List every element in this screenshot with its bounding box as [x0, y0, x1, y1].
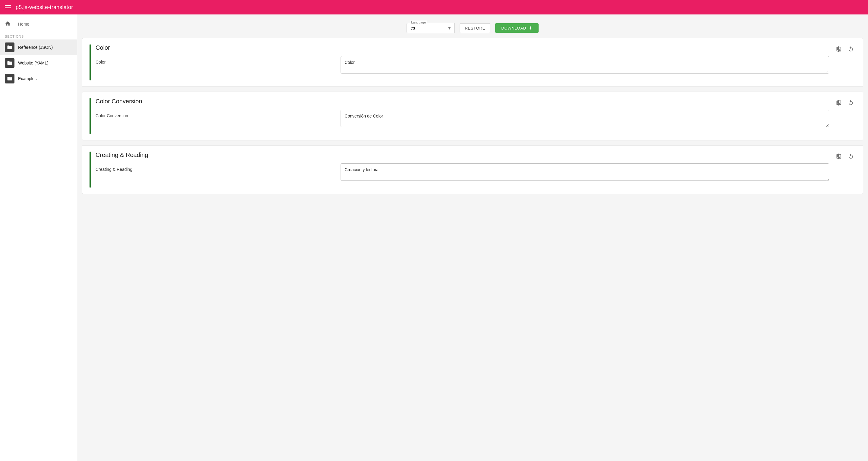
section-colorconv-actions [834, 98, 856, 107]
language-select[interactable]: es fr de ja zh [410, 26, 444, 30]
restore-button[interactable]: RESTORE [460, 23, 490, 33]
folder-icon-website [5, 58, 14, 68]
sidebar-item-home[interactable]: Home [0, 17, 77, 31]
section-color-input-0[interactable]: Color [341, 56, 829, 73]
sidebar-item-reference-json[interactable]: Reference (JSON) [0, 39, 77, 55]
language-label: Language [410, 21, 427, 24]
section-color-row-0: Color Color [96, 56, 829, 73]
download-button[interactable]: DOWNLOAD ⬇ [495, 23, 538, 33]
section-card-color: Color Color Color [82, 38, 863, 87]
section-color-reset-button[interactable] [846, 44, 856, 54]
sidebar-item-home-label: Home [18, 22, 29, 27]
section-creating-original-0: Creating & Reading [96, 163, 336, 172]
section-card-color-conversion: Color Conversion Color Conversion Conver… [82, 92, 863, 141]
dropdown-arrow-icon: ▼ [447, 26, 452, 30]
sidebar-item-website-yaml[interactable]: Website (YAML) [0, 55, 77, 71]
sidebar-item-examples[interactable]: Examples [0, 71, 77, 87]
main-content: Language es fr de ja zh ▼ RESTORE DOWNLO… [77, 14, 868, 461]
section-colorconv-title: Color Conversion [96, 98, 829, 105]
download-button-label: DOWNLOAD [501, 26, 526, 30]
sidebar-item-website-yaml-label: Website (YAML) [18, 61, 49, 65]
section-colorconv-input-0[interactable]: Conversión de Color [341, 110, 829, 127]
section-creating-input-0[interactable]: Creación y lectura [341, 163, 829, 181]
section-creating-title: Creating & Reading [96, 152, 829, 158]
section-card-creating-reading: Creating & Reading Creating & Reading Cr… [82, 145, 863, 194]
section-colorconv-content: Color Conversion Color Conversion Conver… [90, 98, 829, 134]
language-select-container: Language es fr de ja zh ▼ [407, 23, 455, 33]
section-creating-reset-button[interactable] [846, 152, 856, 161]
sidebar: Home Sections Reference (JSON) Website (… [0, 14, 77, 461]
folder-icon-reference [5, 42, 14, 52]
section-creating-border [90, 152, 91, 188]
section-color-title: Color [96, 44, 829, 51]
section-color-body: Color Color Color [96, 44, 829, 81]
section-creating-body: Creating & Reading Creating & Reading Cr… [96, 152, 829, 188]
section-color-content: Color Color Color [90, 44, 829, 81]
sidebar-sections-header: Sections [0, 31, 77, 39]
layout: Home Sections Reference (JSON) Website (… [0, 14, 868, 461]
section-color-original-0: Color [96, 56, 336, 64]
app-title: p5.js-website-translator [16, 4, 73, 10]
top-app-bar: p5.js-website-translator [0, 0, 868, 14]
home-icon [5, 21, 11, 27]
section-creating-content: Creating & Reading Creating & Reading Cr… [90, 152, 829, 188]
menu-icon[interactable] [5, 5, 11, 9]
toolbar: Language es fr de ja zh ▼ RESTORE DOWNLO… [82, 19, 863, 38]
folder-icon-examples [5, 74, 14, 84]
section-creating-compare-button[interactable] [834, 152, 844, 161]
section-creating-row-0: Creating & Reading Creación y lectura [96, 163, 829, 181]
section-colorconv-compare-button[interactable] [834, 98, 844, 107]
section-colorconv-border [90, 98, 91, 134]
sidebar-item-examples-label: Examples [18, 76, 36, 81]
section-colorconv-reset-button[interactable] [846, 98, 856, 107]
section-colorconv-row-0: Color Conversion Conversión de Color [96, 110, 829, 127]
section-color-border [90, 44, 91, 81]
section-colorconv-body: Color Conversion Color Conversion Conver… [96, 98, 829, 134]
section-color-compare-button[interactable] [834, 44, 844, 54]
section-colorconv-original-0: Color Conversion [96, 110, 336, 118]
sidebar-item-reference-json-label: Reference (JSON) [18, 45, 53, 50]
download-icon: ⬇ [529, 26, 532, 30]
section-color-actions [834, 44, 856, 54]
section-creating-actions [834, 152, 856, 161]
